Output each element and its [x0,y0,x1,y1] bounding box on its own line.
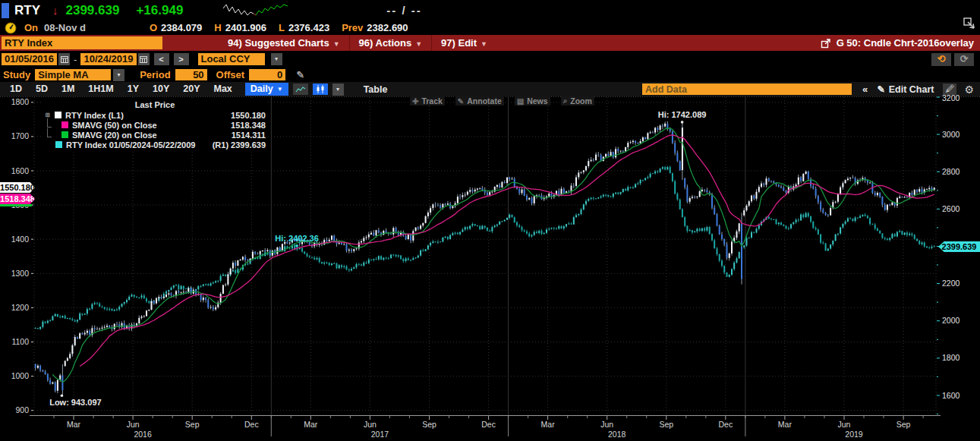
tool-news[interactable]: ▤News [515,96,550,106]
right-axis-label: 2200 [942,279,960,288]
low-label: L [279,22,285,33]
chart-annotation: Low: 943.097 [49,398,101,407]
price-change: +16.949 [136,3,183,18]
high-label: H [214,22,221,33]
left-axis-label: 1100 [11,337,29,346]
add-data-input[interactable] [642,83,852,95]
legend-swatch [61,121,68,128]
export-chart-icon[interactable] [821,38,831,49]
study-dropdown-caret[interactable]: ▾ [113,69,124,81]
redo-button[interactable]: ⟳ [954,53,974,66]
range-1D[interactable]: 1D [3,82,29,96]
news-icon: ▤ [517,97,524,106]
chart-annotation: Hi: 2402.36 [275,234,318,243]
date-to-field[interactable]: 10/24/2019 [80,53,136,65]
table-button[interactable]: Table [364,84,388,95]
x-axis-month-label: Dec [718,420,733,429]
legend-swatch [61,131,68,138]
x-axis-year-label: 2017 [371,430,389,439]
bloomberg-terminal-window: RTY ↓ 2399.639 +16.949 -- / -- On 08-Nov… [0,0,980,441]
x-axis-month-label: Jun [127,420,140,429]
frequency-dropdown[interactable]: Daily ▼ [245,83,288,96]
legend-header: Last Price [44,100,266,109]
popout-window-icon[interactable] [962,17,977,32]
legend-row[interactable]: ⊞ RTY Index (L1) 1550.180 [44,110,266,120]
menu-actions[interactable]: 96) Actions▼ [349,35,432,51]
legend-row[interactable]: SMAVG (20) on Close 1514.311 [44,130,266,140]
range-1Y[interactable]: 1Y [121,82,146,96]
chart-tools: ✚Track✎Annotate▤News⌕Zoom [410,96,594,106]
currency-dropdown-caret[interactable]: ▾ [271,53,282,65]
collapse-panel-button[interactable]: « [862,83,868,95]
axis-price-badge: 2399.639 [938,241,980,252]
chart-legend[interactable]: Last Price⊞ RTY Index (L1) 1550.180 SMAV… [42,99,268,150]
session-status-label: On [24,22,38,33]
x-axis-month-label: Jun [600,420,613,429]
legend-value: 1514.311 [232,131,266,140]
chevron-down-icon: ▼ [481,40,487,48]
focus-indicator [2,3,9,18]
x-axis-month-label: Dec [481,420,496,429]
edit-chart-button[interactable]: ✎ Edit Chart [877,83,934,95]
left-axis-label: 1300 [11,269,30,278]
date-range-separator: - [74,54,77,65]
study-type-field[interactable]: Simple MA [35,69,111,80]
annotate-icon: ✎ [458,97,464,106]
right-axis-label: 2600 [942,204,960,213]
legend-label: RTY Index 01/05/2024-05/22/2009 [66,140,195,150]
market-status-gauge-icon [5,22,17,34]
x-axis-year-label: 2018 [608,430,626,439]
range-1H1M[interactable]: 1H1M [81,82,120,96]
range-20Y[interactable]: 20Y [176,82,206,96]
legend-value: 1518.348 [231,121,266,130]
calendar-icon[interactable] [58,53,70,65]
range-Max[interactable]: Max [206,82,238,96]
offset-label: Offset [216,69,245,80]
price-down-arrow-icon: ↓ [52,4,58,17]
menu-suggested-charts[interactable]: 94) Suggested Charts▼ [219,35,349,51]
date-from-field[interactable]: 01/05/2016 [2,53,57,65]
legend-label: SMAVG (20) on Close [72,131,157,140]
x-axis-month-label: Sep [185,420,200,429]
zoom-icon: ⌕ [563,96,568,106]
offset-field[interactable]: 0 [249,69,285,80]
open-value: 2384.079 [161,22,202,33]
range-1M[interactable]: 1M [55,82,81,96]
range-buttons: 1D5D1M1H1M1Y10Y20YMax [3,82,239,96]
x-axis-month-label: Mar [67,420,81,429]
chevron-down-icon: ▼ [277,83,283,96]
range-back-button[interactable]: < [154,53,169,65]
edit-study-pencil-icon[interactable]: ✎ [296,69,304,80]
range-forward-button[interactable]: > [174,53,189,65]
candle-chart-type-button[interactable] [313,83,328,95]
session-range: -- / -- [386,4,421,17]
chart-type-dropdown-caret[interactable]: ▾ [332,83,344,96]
undo-button[interactable]: ⟲ [931,53,951,66]
right-axis-label: 3200 [942,93,960,102]
chart-settings-gear-icon[interactable]: ⚙ [964,83,974,96]
chevron-down-icon: ▼ [333,40,340,48]
legend-row[interactable]: RTY Index 01/05/2024-05/22/2009 (R1) 239… [44,140,266,150]
range-5D[interactable]: 5D [29,82,55,96]
axis-price-badge: 1518.348 [0,194,35,204]
tool-zoom[interactable]: ⌕Zoom [561,96,594,106]
legend-label: SMAVG (50) on Close [72,121,157,130]
currency-field[interactable]: Local CCY [198,53,265,65]
range-10Y[interactable]: 10Y [146,82,176,96]
line-chart-type-button[interactable] [293,83,308,95]
chart-name: G 50: Cndle Chrt-2016overlay [837,37,974,49]
security-input[interactable] [2,36,162,49]
prev-value: 2382.690 [367,22,408,33]
chevron-down-icon: ▼ [415,40,422,48]
prev-label: Prev [342,22,363,33]
calendar-icon[interactable] [138,53,150,65]
x-axis-month-label: Jun [364,420,377,429]
tool-annotate[interactable]: ✎Annotate [455,96,504,106]
period-field[interactable]: 50 [175,69,207,80]
menu-edit[interactable]: 97) Edit▼ [431,35,496,51]
tool-track[interactable]: ✚Track [410,96,445,106]
legend-label: RTY Index (L1) [65,111,124,120]
right-axis-label: 1600 [942,391,960,400]
study-label: Study [3,69,30,80]
legend-row[interactable]: SMAVG (50) on Close 1518.348 [44,120,266,130]
